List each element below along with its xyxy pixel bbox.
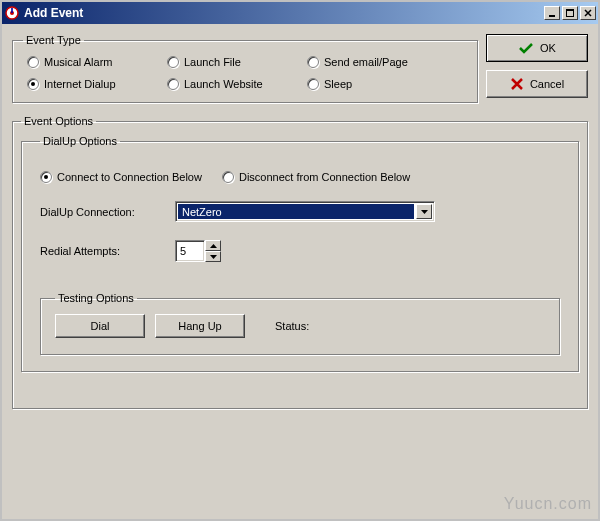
radio-musical-alarm[interactable]: Musical Alarm xyxy=(27,56,167,68)
dialup-options-legend: DialUp Options xyxy=(40,135,120,147)
ok-button[interactable]: OK xyxy=(486,34,588,62)
connection-value: NetZero xyxy=(178,204,414,219)
radio-icon xyxy=(222,171,234,183)
radio-icon xyxy=(27,78,39,90)
cancel-button[interactable]: Cancel xyxy=(486,70,588,98)
cancel-label: Cancel xyxy=(530,78,564,90)
radio-icon xyxy=(307,56,319,68)
radio-icon xyxy=(40,171,52,183)
radio-label: Connect to Connection Below xyxy=(57,171,202,183)
radio-connect[interactable]: Connect to Connection Below xyxy=(40,171,202,183)
window-title: Add Event xyxy=(24,6,542,20)
radio-internet-dialup[interactable]: Internet Dialup xyxy=(27,78,167,90)
radio-label: Launch File xyxy=(184,56,241,68)
redial-label: Redial Attempts: xyxy=(40,245,155,257)
radio-launch-file[interactable]: Launch File xyxy=(167,56,307,68)
chevron-down-icon xyxy=(210,255,217,259)
dial-button[interactable]: Dial xyxy=(55,314,145,338)
connection-label: DialUp Connection: xyxy=(40,206,155,218)
spin-up-button[interactable] xyxy=(205,240,221,251)
radio-label: Send email/Page xyxy=(324,56,408,68)
radio-send-email[interactable]: Send email/Page xyxy=(307,56,467,68)
close-button[interactable] xyxy=(580,6,596,20)
radio-label: Internet Dialup xyxy=(44,78,116,90)
connection-combo[interactable]: NetZero xyxy=(175,201,435,222)
hangup-label: Hang Up xyxy=(178,320,221,332)
radio-disconnect[interactable]: Disconnect from Connection Below xyxy=(222,171,410,183)
event-type-legend: Event Type xyxy=(23,34,84,46)
chevron-up-icon xyxy=(210,244,217,248)
svg-rect-3 xyxy=(549,15,555,17)
radio-sleep[interactable]: Sleep xyxy=(307,78,467,90)
chevron-down-icon xyxy=(421,210,428,214)
dialup-options-group: DialUp Options Connect to Connection Bel… xyxy=(21,135,579,372)
event-options-legend: Event Options xyxy=(21,115,96,127)
radio-icon xyxy=(27,56,39,68)
radio-icon xyxy=(167,78,179,90)
titlebar[interactable]: Add Event xyxy=(2,2,598,24)
radio-icon xyxy=(167,56,179,68)
testing-options-group: Testing Options Dial Hang Up Status: xyxy=(40,292,560,355)
app-icon xyxy=(4,5,20,21)
redial-value[interactable]: 5 xyxy=(175,240,205,262)
hangup-button[interactable]: Hang Up xyxy=(155,314,245,338)
radio-launch-website[interactable]: Launch Website xyxy=(167,78,307,90)
x-icon xyxy=(510,77,524,91)
dial-label: Dial xyxy=(91,320,110,332)
minimize-button[interactable] xyxy=(544,6,560,20)
redial-spinner[interactable]: 5 xyxy=(175,240,221,262)
dropdown-button[interactable] xyxy=(416,204,432,219)
radio-label: Launch Website xyxy=(184,78,263,90)
testing-legend: Testing Options xyxy=(55,292,137,304)
event-options-group: Event Options DialUp Options Connect to … xyxy=(12,115,588,409)
maximize-button[interactable] xyxy=(562,6,578,20)
radio-label: Disconnect from Connection Below xyxy=(239,171,410,183)
svg-rect-5 xyxy=(566,9,574,11)
event-type-group: Event Type Musical Alarm Launch File Sen… xyxy=(12,34,478,103)
spin-down-button[interactable] xyxy=(205,251,221,262)
svg-rect-2 xyxy=(11,8,13,13)
status-label: Status: xyxy=(275,320,309,332)
ok-label: OK xyxy=(540,42,556,54)
radio-icon xyxy=(307,78,319,90)
radio-label: Sleep xyxy=(324,78,352,90)
check-icon xyxy=(518,42,534,54)
radio-label: Musical Alarm xyxy=(44,56,112,68)
